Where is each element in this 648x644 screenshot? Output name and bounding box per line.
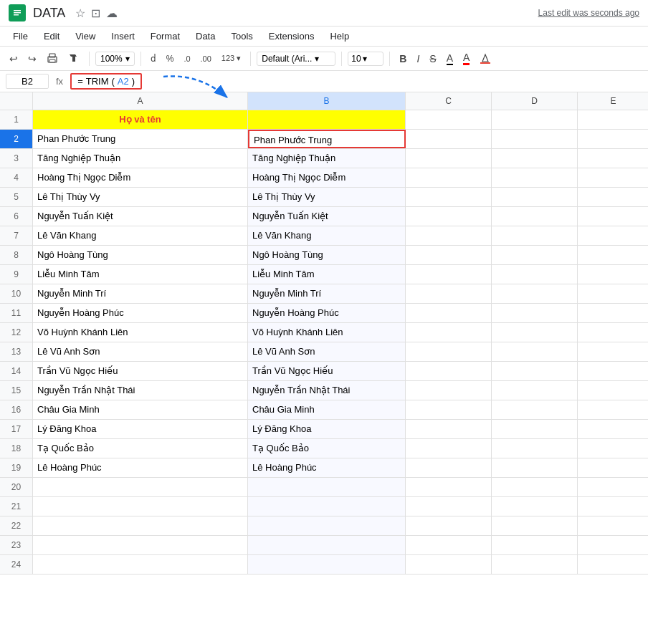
cell-b-9[interactable]: Liễu Minh Tâm <box>248 265 406 284</box>
last-edit-label[interactable]: Last edit was seconds ago <box>538 8 639 18</box>
cell-c-11[interactable] <box>406 304 492 322</box>
italic-button[interactable]: I <box>413 51 423 67</box>
cell-e-24[interactable] <box>578 555 648 574</box>
cell-d-24[interactable] <box>492 555 578 574</box>
cell-e-8[interactable] <box>578 246 648 264</box>
cell-e-23[interactable] <box>578 536 648 554</box>
cell-a-12[interactable]: Võ Huỳnh Khánh Liên <box>33 323 248 342</box>
cell-d-13[interactable] <box>492 342 578 361</box>
cell-b-19[interactable]: Lê Hoàng Phúc <box>248 458 406 477</box>
cell-a-11[interactable]: Nguyễn Hoàng Phúc <box>33 304 248 322</box>
cell-c-16[interactable] <box>406 400 492 419</box>
menu-help[interactable]: Help <box>323 28 356 44</box>
cell-e-1[interactable] <box>578 110 648 129</box>
cloud-icon[interactable]: ☁ <box>106 6 118 20</box>
cell-c-3[interactable] <box>406 149 492 168</box>
print-button[interactable] <box>43 51 62 67</box>
cell-c-6[interactable] <box>406 207 492 226</box>
cell-b-4[interactable]: Hoàng Thị Ngọc Diễm <box>248 168 406 187</box>
cell-b-21[interactable] <box>248 497 406 516</box>
cell-c-23[interactable] <box>406 536 492 554</box>
cell-c-5[interactable] <box>406 188 492 206</box>
cell-a-10[interactable]: Nguyễn Minh Trí <box>33 284 248 303</box>
table-row[interactable]: 6Nguyễn Tuấn KiệtNguyễn Tuấn Kiệt <box>0 207 648 226</box>
cell-d-20[interactable] <box>492 478 578 496</box>
menu-extensions[interactable]: Extensions <box>262 28 322 44</box>
cell-d-22[interactable] <box>492 516 578 535</box>
cell-d-2[interactable] <box>492 130 578 148</box>
cell-c-4[interactable] <box>406 168 492 187</box>
table-row[interactable]: 12Võ Huỳnh Khánh LiênVõ Huỳnh Khánh Liên <box>0 323 648 342</box>
cell-e-11[interactable] <box>578 304 648 322</box>
formula-box[interactable]: = TRIM ( A2 ) <box>70 73 142 90</box>
cell-d-4[interactable] <box>492 168 578 187</box>
cell-b-7[interactable]: Lê Văn Khang <box>248 226 406 245</box>
cell-e-18[interactable] <box>578 439 648 458</box>
cell-a-22[interactable] <box>33 516 248 535</box>
table-row[interactable]: 11Nguyễn Hoàng PhúcNguyễn Hoàng Phúc <box>0 304 648 323</box>
menu-edit[interactable]: Edit <box>37 28 67 44</box>
table-row[interactable]: 7Lê Văn KhangLê Văn Khang <box>0 226 648 246</box>
cell-e-10[interactable] <box>578 284 648 303</box>
redo-button[interactable]: ↪ <box>24 51 40 67</box>
cell-a-6[interactable]: Nguyễn Tuấn Kiệt <box>33 207 248 226</box>
cell-a-20[interactable] <box>33 478 248 496</box>
cell-e-15[interactable] <box>578 381 648 400</box>
cell-c-2[interactable] <box>406 130 492 148</box>
cell-d-6[interactable] <box>492 207 578 226</box>
col-header-c[interactable]: C <box>406 92 492 110</box>
cell-d-1[interactable] <box>492 110 578 129</box>
cell-b-15[interactable]: Nguyễn Trần Nhật Thái <box>248 381 406 400</box>
cell-e-5[interactable] <box>578 188 648 206</box>
undo-button[interactable]: ↩ <box>6 51 22 67</box>
cell-c-21[interactable] <box>406 497 492 516</box>
menu-view[interactable]: View <box>68 28 103 44</box>
cell-a-8[interactable]: Ngô Hoàng Tùng <box>33 246 248 264</box>
menu-tools[interactable]: Tools <box>224 28 259 44</box>
table-row[interactable]: 23 <box>0 536 648 555</box>
font-size-control[interactable]: 10 ▾ <box>348 52 383 66</box>
menu-data[interactable]: Data <box>189 28 222 44</box>
cell-c-20[interactable] <box>406 478 492 496</box>
cell-c-18[interactable] <box>406 439 492 458</box>
table-row[interactable]: 3 Tăng Nghiệp ThuậnTăng Nghiệp Thuận <box>0 149 648 168</box>
cell-c-17[interactable] <box>406 420 492 438</box>
cell-d-10[interactable] <box>492 284 578 303</box>
cell-e-7[interactable] <box>578 226 648 245</box>
cell-b-13[interactable]: Lê Vũ Anh Sơn <box>248 342 406 361</box>
cell-c-15[interactable] <box>406 381 492 400</box>
cell-d-9[interactable] <box>492 265 578 284</box>
table-row[interactable]: 10 Nguyễn Minh TríNguyễn Minh Trí <box>0 284 648 304</box>
cell-d-18[interactable] <box>492 439 578 458</box>
cell-b-3[interactable]: Tăng Nghiệp Thuận <box>248 149 406 168</box>
cell-b-24[interactable] <box>248 555 406 574</box>
table-row[interactable]: 24 <box>0 555 648 575</box>
cell-d-15[interactable] <box>492 381 578 400</box>
cell-a-5[interactable]: Lê Thị Thùy Vy <box>33 188 248 206</box>
cell-b-8[interactable]: Ngô Hoàng Tùng <box>248 246 406 264</box>
table-row[interactable]: 17Lý Đăng KhoaLý Đăng Khoa <box>0 420 648 439</box>
save-icon[interactable]: ⊡ <box>91 6 100 20</box>
cell-a-1[interactable]: Họ và tên <box>33 110 248 129</box>
cell-a-2[interactable]: Phan Phước Trung <box>33 130 248 148</box>
cell-d-17[interactable] <box>492 420 578 438</box>
text-color-button[interactable]: A <box>459 49 473 67</box>
cell-a-4[interactable]: Hoàng Thị Ngọc Diễm <box>33 168 248 187</box>
cell-a-13[interactable]: Lê Vũ Anh Sơn <box>33 342 248 361</box>
cell-d-11[interactable] <box>492 304 578 322</box>
cell-d-8[interactable] <box>492 246 578 264</box>
underline-button[interactable]: A <box>443 50 457 67</box>
decimal-increase-button[interactable]: .00 <box>197 52 215 65</box>
menu-format[interactable]: Format <box>143 28 187 44</box>
currency-button[interactable]: ḋ <box>147 52 160 66</box>
table-row[interactable]: 19Lê Hoàng PhúcLê Hoàng Phúc <box>0 458 648 478</box>
bold-button[interactable]: B <box>396 51 410 67</box>
menu-insert[interactable]: Insert <box>104 28 142 44</box>
cell-a-21[interactable] <box>33 497 248 516</box>
decimal-decrease-button[interactable]: .0 <box>180 52 194 65</box>
table-row[interactable]: 13Lê Vũ Anh SơnLê Vũ Anh Sơn <box>0 342 648 362</box>
cell-a-16[interactable]: Châu Gia Minh <box>33 400 248 419</box>
cell-a-23[interactable] <box>33 536 248 554</box>
cell-reference-box[interactable]: B2 <box>6 74 49 89</box>
table-row[interactable]: 14Trần Vũ Ngọc HiếuTrần Vũ Ngọc Hiếu <box>0 362 648 381</box>
